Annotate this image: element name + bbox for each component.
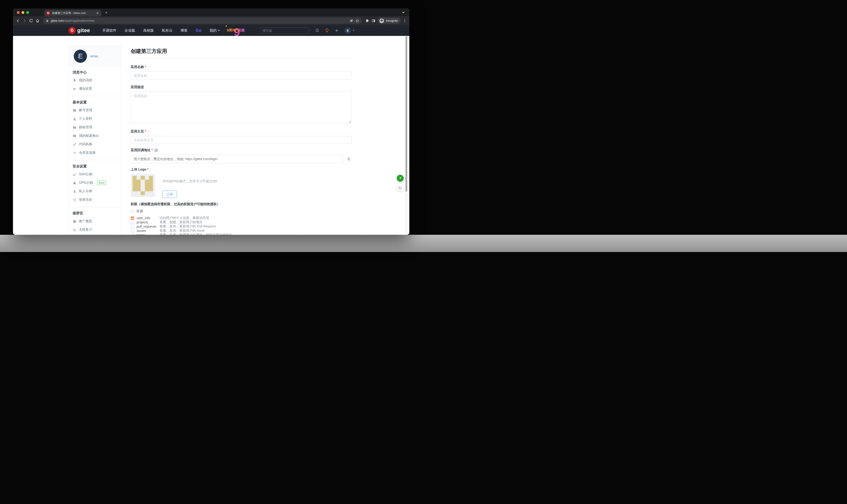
select-all-checkbox[interactable] <box>131 210 134 213</box>
sidebar-item-postal-address[interactable]: 我的邮递地址 <box>69 131 121 140</box>
speaker-icon <box>73 87 76 91</box>
sidebar-item-my-messages[interactable]: 我的消息 <box>69 76 121 85</box>
side-panel-icon[interactable] <box>371 19 375 23</box>
scope-checkbox[interactable] <box>131 216 134 220</box>
scope-checkbox[interactable] <box>131 221 134 224</box>
user-menu[interactable]: E <box>344 27 354 34</box>
sidebar-item-code-style[interactable]: 代码风格 <box>69 140 121 148</box>
anniversary-promo-banner[interactable]: ✦ 9 9周年·特惠 <box>227 26 250 35</box>
scope-checkbox[interactable] <box>131 233 134 235</box>
feedback-edit-button[interactable] <box>397 184 404 191</box>
incognito-label: Incognito <box>386 19 398 22</box>
promo-text: 9周年·特惠 <box>227 28 245 33</box>
nav-item-enterprise[interactable]: 企业版 <box>125 28 135 33</box>
user-link-icon <box>73 228 76 232</box>
scope-checkbox[interactable] <box>131 225 134 228</box>
extensions-puzzle-icon[interactable] <box>365 19 369 23</box>
home-button[interactable] <box>35 19 40 23</box>
nav-item-blog[interactable]: 博客 <box>180 28 188 33</box>
callback-row <box>131 152 352 163</box>
url-domain: gitee.com <box>51 19 64 22</box>
sidebar-user-header: E erniu <box>69 46 121 66</box>
delete-callback-icon[interactable] <box>347 157 351 161</box>
callback-url-input[interactable] <box>131 155 343 163</box>
minimize-window-button[interactable] <box>21 11 24 14</box>
sidebar-item-linked-customers[interactable]: 关联客户 <box>69 226 121 234</box>
address-card-icon <box>73 134 76 138</box>
user-avatar[interactable]: E <box>74 50 87 63</box>
paintbrush-icon <box>73 143 76 146</box>
app-name-input[interactable] <box>131 72 352 79</box>
page-title: 创建第三方应用 <box>131 36 352 55</box>
gitee-logo[interactable]: G gitee <box>69 27 90 34</box>
sidebar-divider <box>69 207 121 207</box>
page-scrollbar[interactable] <box>405 36 407 235</box>
sidebar-item-notification-settings[interactable]: 通知设置 <box>69 85 121 93</box>
sidebar-section-messages: 消息中心 <box>73 70 121 75</box>
tab-favicon-icon: G <box>46 11 50 15</box>
chevron-down-icon <box>353 30 354 31</box>
sidebar-item-personal-tokens[interactable]: 私人令牌 <box>69 187 121 196</box>
eye-off-icon[interactable] <box>350 19 353 23</box>
sidebar-item-account[interactable]: 帐号管理 <box>69 106 121 114</box>
upload-button[interactable]: 上传 <box>162 191 177 198</box>
app-homepage-input[interactable] <box>131 136 352 144</box>
gauge-icon <box>73 220 76 223</box>
close-window-button[interactable] <box>17 11 20 14</box>
navbar-icons: E <box>315 27 354 34</box>
reload-button[interactable] <box>29 19 33 23</box>
nav-item-private-cloud[interactable]: 私有云 <box>162 28 173 33</box>
app-description-textarea[interactable] <box>131 92 352 124</box>
add-callback-icon[interactable] <box>154 148 158 152</box>
sidebar-item-profile[interactable]: 个人资料 <box>69 114 121 123</box>
fullscreen-window-button[interactable] <box>26 11 29 14</box>
window-controls <box>13 11 33 14</box>
new-tab-button[interactable]: ＋ <box>104 10 108 15</box>
lightbulb-icon[interactable] <box>325 28 329 33</box>
callback-url-label: 应用回调地址 <box>131 148 352 152</box>
gitee-logo-text: gitee <box>77 28 90 34</box>
address-bar[interactable]: gitee.com/oauth/applications/new <box>43 17 362 24</box>
lock-icon <box>46 19 49 22</box>
help-button[interactable]: ? <box>397 175 404 182</box>
app-homepage-label: 应用主页 <box>131 129 352 134</box>
back-button[interactable] <box>16 19 20 23</box>
nav-item-opensource[interactable]: 开源软件 <box>102 28 117 33</box>
scope-row-notes: notes 查看、发布、管理用户在项目、代码片段中的评论 <box>131 233 352 235</box>
sidebar-item-gpg-keys[interactable]: GPG公钥 Beta <box>69 179 121 187</box>
app-description-label: 应用描述 <box>131 85 352 89</box>
sidebar-item-ssh-keys[interactable]: SSH公钥 <box>69 170 121 179</box>
browser-menu-icon[interactable] <box>403 19 406 22</box>
user-secret-icon <box>73 190 76 193</box>
scope-checkbox[interactable] <box>131 229 134 233</box>
browser-tab[interactable]: G 创建第三方应用 - Gitee.com ✕ <box>44 10 101 16</box>
nav-item-go[interactable]: Go <box>196 28 201 33</box>
logo-upload-section: JPG或PNG格式，文件大小不超过2M 上传 <box>131 174 352 198</box>
sidebar-item-promo-overview[interactable]: 推广概览 <box>69 217 121 226</box>
nav-item-education[interactable]: 高校版 <box>143 28 154 33</box>
sidebar-section-basic: 基本设置 <box>73 100 121 105</box>
id-card-icon <box>73 109 76 112</box>
resize-handle-icon[interactable] <box>349 121 351 123</box>
app-description-wrap <box>131 92 352 124</box>
tab-strip: G 创建第三方应用 - Gitee.com ✕ ＋ <box>13 8 409 16</box>
bookmark-star-icon[interactable] <box>355 19 359 23</box>
gitee-navbar: G gitee 开源软件 企业版 高校版 私有云 博客 Go 我的 ✦ 9 9周… <box>13 25 409 36</box>
browser-window: G 创建第三方应用 - Gitee.com ✕ ＋ gitee.com/oaut… <box>13 8 409 235</box>
username-link[interactable]: erniu <box>90 54 98 58</box>
notifications-bell-icon[interactable] <box>315 28 319 33</box>
search-input[interactable] <box>260 28 309 34</box>
url-text: gitee.com/oauth/applications/new <box>51 19 94 22</box>
sidebar-item-login-history[interactable]: 登录历史 <box>69 196 121 204</box>
beta-badge: Beta <box>97 181 106 185</box>
nav-item-my[interactable]: 我的 <box>210 28 220 33</box>
upload-logo-label: 上传 Logo <box>131 167 352 172</box>
forward-button[interactable] <box>22 19 27 23</box>
create-plus-icon[interactable] <box>335 29 339 33</box>
sidebar-item-email[interactable]: 邮箱管理 <box>69 123 121 131</box>
tab-close-icon[interactable]: ✕ <box>96 11 99 15</box>
user-icon <box>73 117 76 121</box>
tab-search-chevron-icon[interactable] <box>402 11 405 14</box>
scrollbar-thumb[interactable] <box>406 36 407 192</box>
sidebar-item-repo-preferences[interactable]: 仓库首选项 <box>69 148 121 157</box>
